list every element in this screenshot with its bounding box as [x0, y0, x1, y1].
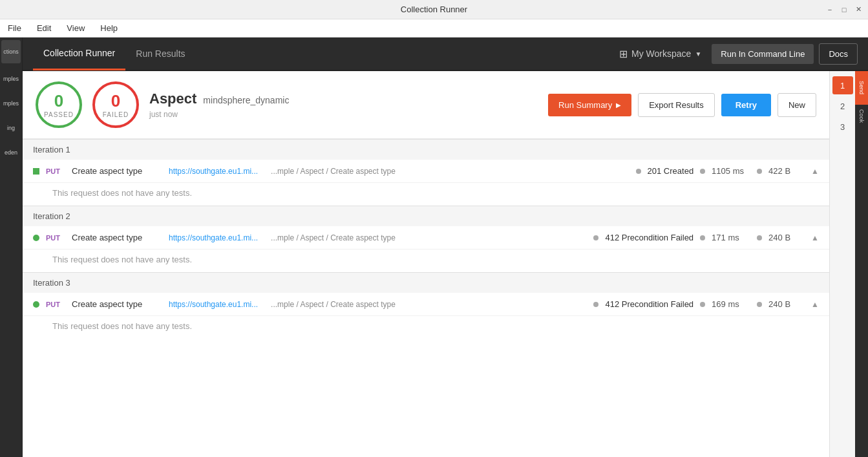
menu-edit[interactable]: Edit [34, 22, 54, 34]
right-accent-bar: Send Cook [855, 71, 868, 457]
sidebar-icon-4[interactable]: ing [1, 116, 21, 140]
runner-header: 0 PASSED 0 FAILED Aspect mindsphe [23, 71, 829, 139]
minimize-button[interactable]: − [825, 5, 834, 14]
main-content: Collection Runner Run Results ⊞ My Works… [23, 37, 868, 457]
export-results-button[interactable]: Export Results [638, 93, 715, 117]
workspace-selector[interactable]: ⊞ My Workspace ▼ [619, 48, 701, 60]
time-2-1: 171 ms [712, 233, 750, 242]
status-2-1: 412 Precondition Failed [605, 233, 693, 242]
workspace-chevron-icon: ▼ [695, 50, 701, 58]
iter-num-2[interactable]: 2 [832, 97, 853, 115]
maximize-button[interactable]: □ [840, 5, 849, 14]
request-path-1-1: ...mple / Aspect / Create aspect type [271, 167, 396, 176]
failed-count: 0 [111, 91, 120, 111]
request-name-2-1: Create aspect type [72, 233, 162, 242]
dot-gray-1 [636, 169, 641, 174]
sidebar-icon-label-2: mples [3, 76, 19, 82]
dot-gray-8 [700, 302, 705, 307]
iter-num-3[interactable]: 3 [832, 118, 853, 136]
menu-help[interactable]: Help [98, 22, 120, 34]
send-bar[interactable]: Send [855, 71, 868, 105]
passed-circle: 0 PASSED [36, 81, 82, 128]
menu-file[interactable]: File [5, 22, 24, 34]
menu-view[interactable]: View [64, 22, 87, 34]
run-summary-chevron-icon: ▶ [616, 101, 621, 109]
runner-actions: Run Summary ▶ Export Results Retry New [548, 93, 816, 117]
status-1-1: 201 Created [648, 166, 694, 176]
runner-info: Aspect mindsphere_dynamic just now [149, 90, 538, 119]
time-3-1: 169 ms [712, 299, 750, 309]
iteration-numbers-panel: 1 2 3 [829, 71, 855, 457]
main-area: ctions mples mples ing eden Collection R… [0, 37, 868, 457]
method-badge-1-1: PUT [46, 167, 65, 175]
status-dot-green-3 [33, 301, 39, 308]
app-window: Collection Runner − □ ✕ File Edit View H… [0, 0, 868, 457]
request-path-2-1: ...mple / Aspect / Create aspect type [271, 233, 396, 242]
retry-button[interactable]: Retry [721, 94, 771, 116]
docs-button[interactable]: Docs [819, 43, 858, 65]
run-summary-button[interactable]: Run Summary ▶ [548, 94, 631, 116]
sidebar-icon-3[interactable]: mples [1, 92, 21, 115]
new-button[interactable]: New [778, 93, 816, 117]
chevron-up-1: ▲ [811, 167, 819, 176]
tab-run-results[interactable]: Run Results [125, 37, 195, 70]
iteration-header-2: Iteration 2 [23, 206, 829, 226]
send-label: Send [858, 81, 865, 94]
runner-collection: mindsphere_dynamic [203, 95, 289, 105]
status-dot-green-2 [33, 235, 39, 241]
sidebar-icon-1[interactable]: ctions [1, 40, 21, 63]
chevron-up-3: ▲ [811, 300, 819, 309]
cook-label: Cook [858, 109, 865, 123]
size-2-1: 240 B [768, 233, 801, 242]
request-path-3-1: ...mple / Aspect / Create aspect type [271, 300, 396, 309]
dot-gray-3 [757, 169, 762, 174]
runner-time: just now [149, 110, 538, 119]
sidebar-icon-5[interactable]: eden [1, 141, 21, 164]
title-bar: Collection Runner − □ ✕ [0, 0, 868, 19]
window-title: Collection Runner [401, 5, 467, 14]
passed-count: 0 [54, 91, 63, 111]
request-name-1-1: Create aspect type [72, 166, 162, 176]
status-dot-green-1 [33, 168, 39, 175]
iteration-header-1: Iteration 1 [23, 139, 829, 160]
runner-name-row: Aspect mindsphere_dynamic [149, 90, 538, 107]
size-3-1: 240 B [768, 299, 801, 309]
passed-label: PASSED [44, 111, 74, 118]
time-1-1: 1105 ms [712, 166, 750, 176]
no-tests-1-1: This request does not have any tests. [23, 183, 829, 206]
cook-bar[interactable]: Cook [855, 105, 868, 128]
tab-collection-runner[interactable]: Collection Runner [33, 37, 125, 70]
request-row-2-1[interactable]: PUT Create aspect type https://southgate… [23, 226, 829, 250]
request-url-3-1: https://southgate.eu1.mi... [169, 300, 258, 309]
failed-circle: 0 FAILED [92, 81, 139, 128]
results-list: Iteration 1 PUT Create aspect type https… [23, 139, 829, 457]
method-badge-3-1: PUT [46, 301, 65, 308]
chevron-up-2: ▲ [811, 233, 819, 242]
runner-content: 0 PASSED 0 FAILED Aspect mindsphe [23, 71, 829, 457]
sidebar-icon-label-3: mples [3, 100, 19, 107]
request-url-1-1: https://southgate.eu1.mi... [169, 167, 258, 176]
method-badge-2-1: PUT [46, 234, 65, 242]
request-name-3-1: Create aspect type [72, 299, 162, 309]
top-nav: Collection Runner Run Results ⊞ My Works… [23, 37, 868, 71]
size-1-1: 422 B [768, 166, 801, 176]
no-tests-3-1: This request does not have any tests. [23, 316, 829, 339]
iteration-header-3: Iteration 3 [23, 272, 829, 293]
dot-gray-9 [757, 302, 762, 307]
dot-gray-6 [757, 235, 762, 240]
sidebar-icon-label-5: eden [5, 149, 17, 156]
no-tests-2-1: This request does not have any tests. [23, 250, 829, 272]
iter-num-1[interactable]: 1 [832, 76, 853, 94]
dot-gray-5 [700, 235, 705, 240]
failed-label: FAILED [103, 111, 129, 118]
request-row-3-1[interactable]: PUT Create aspect type https://southgate… [23, 293, 829, 316]
runner-name: Aspect [149, 90, 196, 107]
sidebar-icon-2[interactable]: mples [1, 67, 21, 90]
menu-bar: File Edit View Help [0, 19, 868, 37]
window-controls: − □ ✕ [825, 5, 863, 14]
run-in-cmd-button[interactable]: Run In Command Line [712, 44, 814, 64]
dot-gray-2 [700, 169, 705, 174]
status-3-1: 412 Precondition Failed [605, 299, 693, 309]
request-row-1-1[interactable]: PUT Create aspect type https://southgate… [23, 160, 829, 183]
close-button[interactable]: ✕ [854, 5, 863, 14]
